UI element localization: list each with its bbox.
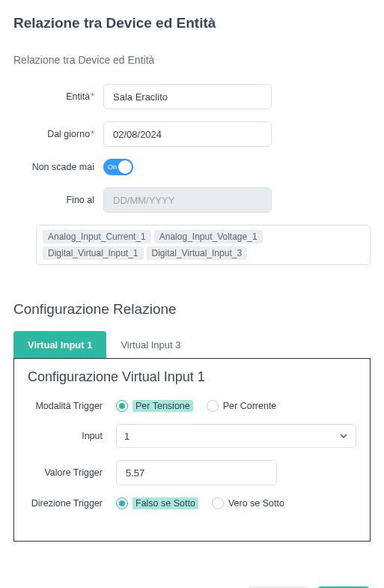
- radio-label: Per Corrente: [223, 401, 277, 411]
- toggle-knob: [118, 160, 132, 174]
- radio-label: Per Tensione: [132, 400, 193, 412]
- config-section-title: Configurazione Relazione: [13, 301, 371, 318]
- tag-item[interactable]: Digital_Virtual_Input_3: [147, 246, 248, 260]
- page-title: Relazione tra Device ed Entità: [13, 15, 371, 31]
- tab-panel: Configurazione Virtual Input 1 Modalità …: [13, 358, 371, 542]
- radio-icon: [116, 497, 128, 509]
- radio-per-corrente[interactable]: Per Corrente: [207, 400, 277, 412]
- inputs-multiselect[interactable]: Analog_Input_Current_1 Analog_Input_Volt…: [36, 225, 371, 265]
- never-expires-label: Non scade mai: [13, 162, 94, 172]
- trigger-direction-group: Falso se Sotto Vero se Sotto: [116, 497, 284, 509]
- toggle-on-text: On: [108, 163, 117, 171]
- radio-falso-se-sotto[interactable]: Falso se Sotto: [116, 497, 198, 509]
- tab-virtual-input-3[interactable]: Virtual Input 3: [106, 331, 195, 358]
- section-subtitle: Relazione tra Device ed Entità: [13, 54, 371, 66]
- radio-icon: [212, 497, 224, 509]
- from-date-label: Dal giorno: [13, 129, 94, 139]
- tab-panel-title: Configurazione Virtual Input 1: [28, 369, 356, 385]
- until-date-label: Fino al: [13, 195, 94, 205]
- radio-label: Vero se Sotto: [228, 498, 284, 509]
- input-label: Input: [28, 431, 103, 441]
- radio-vero-se-sotto[interactable]: Vero se Sotto: [212, 497, 284, 509]
- trigger-value-field[interactable]: [116, 460, 277, 485]
- tag-item[interactable]: Analog_Input_Current_1: [43, 230, 151, 243]
- trigger-mode-label: Modalità Trigger: [28, 401, 103, 411]
- until-date-field: [103, 187, 272, 213]
- tabs: Virtual Input 1 Virtual Input 3: [13, 331, 371, 358]
- radio-icon: [116, 400, 128, 412]
- trigger-mode-group: Per Tensione Per Corrente: [116, 400, 276, 412]
- tag-item[interactable]: Analog_Input_Voltage_1: [154, 230, 263, 243]
- entity-label: Entità: [13, 91, 94, 102]
- input-select[interactable]: 1: [116, 424, 356, 448]
- tag-item[interactable]: Digital_Virtual_Input_1: [43, 246, 144, 260]
- radio-icon: [207, 400, 219, 412]
- trigger-value-label: Valore Trigger: [28, 467, 103, 478]
- never-expires-toggle[interactable]: On: [103, 159, 133, 175]
- radio-label: Falso se Sotto: [132, 497, 198, 509]
- radio-per-tensione[interactable]: Per Tensione: [116, 400, 193, 412]
- tab-virtual-input-1[interactable]: Virtual Input 1: [13, 331, 106, 358]
- from-date-field[interactable]: [103, 121, 272, 147]
- entity-field[interactable]: [103, 84, 272, 109]
- trigger-direction-label: Direzione Trigger: [28, 498, 103, 509]
